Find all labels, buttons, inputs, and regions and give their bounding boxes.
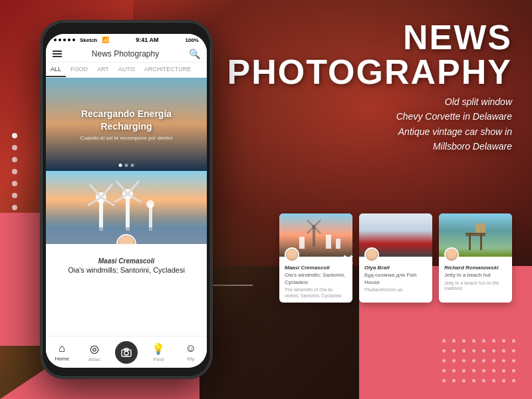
decorative-dot: [492, 379, 495, 382]
carrier-label: Sketch: [80, 37, 97, 43]
svg-line-4: [307, 220, 314, 227]
nav-home[interactable]: ⌂ Home: [46, 342, 78, 362]
card-3-image: [439, 213, 512, 257]
bottom-navigation: ⌂ Home ◎ Atlas: [46, 336, 207, 368]
main-title: NEWS PHOTOGRAPHY: [227, 20, 512, 89]
decorative-dot: [462, 379, 466, 382]
phone-body: Sketch 📶 9:41 AM 100% News Photography 🔍…: [40, 20, 213, 379]
close-button[interactable]: ✕: [342, 252, 354, 269]
hero-title-line2: Recharging: [80, 120, 173, 132]
atlas-icon: ◎: [90, 342, 99, 355]
hero-dots: [119, 164, 134, 167]
slide-dot-3[interactable]: [12, 157, 17, 162]
phone-screen: Sketch 📶 9:41 AM 100% News Photography 🔍…: [46, 34, 207, 368]
slide-dot-1[interactable]: [12, 133, 17, 138]
svg-rect-22: [126, 194, 130, 231]
nav-home-label: Home: [55, 356, 69, 362]
hero-dot-3[interactable]: [131, 164, 134, 167]
find-icon: 💡: [152, 342, 165, 355]
decorative-dot: [512, 379, 515, 382]
nav-atlas-label: Atlas: [88, 356, 100, 362]
decorative-dot: [482, 369, 485, 372]
svg-rect-8: [326, 235, 331, 249]
card-2-image: [359, 213, 432, 257]
news-title-block: NEWS PHOTOGRAPHY Old split window Chevy …: [227, 20, 512, 154]
hero-slider: Recargando Energía Recharging Cuando el …: [46, 78, 207, 171]
hero-dot-1[interactable]: [119, 164, 122, 167]
decorative-dot: [482, 339, 485, 342]
decorative-dot: [482, 349, 485, 352]
decorative-dot: [482, 359, 485, 362]
card-2-body: Olya Brait Буд-склянка для Fish House Ph…: [359, 257, 432, 297]
hero-text: Recargando Energía Recharging Cuando el …: [80, 108, 173, 140]
slide-dot-4[interactable]: [12, 169, 17, 174]
decorative-dot: [472, 339, 475, 342]
decorative-dot: [502, 369, 505, 372]
power-button[interactable]: [211, 75, 213, 102]
status-battery: 100%: [186, 37, 199, 43]
menu-button[interactable]: [53, 49, 62, 59]
featured-body: Maasi Cremascoli Oia's windmills; Santor…: [46, 244, 207, 279]
featured-title: Oia's windmills; Santorini, Cycladesi: [54, 266, 199, 274]
nav-camera[interactable]: [110, 341, 142, 364]
card-2-author: Olya Brait: [364, 265, 427, 271]
dots-pattern-right: // Generate dots document.currentScript.…: [442, 339, 519, 386]
decorative-dot: [472, 349, 475, 352]
slide-dot-2[interactable]: [12, 145, 17, 150]
decorative-dot: [502, 349, 505, 352]
status-bar: Sketch 📶 9:41 AM 100%: [46, 34, 207, 46]
nav-atlas[interactable]: ◎ Atlas: [78, 342, 110, 362]
featured-article: Maasi Cremascoli Oia's windmills; Santor…: [46, 171, 207, 279]
camera-icon: [115, 341, 138, 364]
svg-rect-7: [299, 237, 305, 249]
decorative-dot: [462, 369, 466, 372]
wifi-icon: 📶: [102, 37, 109, 43]
nav-find[interactable]: 💡 Find: [142, 342, 174, 362]
decorative-dot: [462, 339, 466, 342]
card-1-desc: The windmills of Oia as visited, Santori…: [285, 287, 347, 299]
card-3[interactable]: Richard Romanowski Jetty to a beach hut …: [439, 213, 512, 303]
decorative-dot: [512, 369, 515, 372]
signal-dot-3: [63, 39, 66, 41]
decorative-dot: [442, 379, 446, 382]
nav-my-label: My: [187, 356, 194, 362]
signal-dot-2: [59, 39, 61, 41]
tab-architecture[interactable]: ARCHITECTURE: [140, 63, 196, 77]
slide-dot-5[interactable]: [12, 181, 17, 186]
decorative-dot: [452, 369, 456, 372]
search-button[interactable]: 🔍: [189, 49, 200, 59]
article-cards: Maasi Cremascoli Oia's windmills; Santor…: [279, 213, 512, 303]
featured-avatar: [116, 234, 136, 244]
tab-art[interactable]: ART: [92, 63, 114, 77]
svg-point-29: [146, 200, 154, 208]
decorative-dot: [452, 359, 456, 362]
pink-left-strip: [0, 213, 40, 346]
home-icon: ⌂: [59, 342, 65, 354]
tab-all[interactable]: ALL: [46, 63, 66, 77]
status-time: 9:41 AM: [136, 37, 158, 43]
slide-dot-6[interactable]: [12, 193, 17, 198]
mute-button[interactable]: [40, 68, 41, 82]
nav-my[interactable]: ☺ My: [175, 342, 207, 362]
decorative-dot: [462, 359, 466, 362]
hero-dot-2[interactable]: [125, 164, 128, 167]
decorative-dot: [512, 339, 515, 342]
phone-mockup: Sketch 📶 9:41 AM 100% News Photography 🔍…: [40, 20, 213, 379]
tab-auto[interactable]: AUTO: [114, 63, 140, 77]
card-1-image: [279, 213, 352, 257]
volume-up-button[interactable]: [40, 88, 41, 108]
decorative-dot: [512, 359, 515, 362]
decorative-dot: [472, 369, 475, 372]
slide-dot-7[interactable]: [12, 205, 17, 210]
featured-author: Maasi Cremascoli: [54, 257, 199, 265]
status-signal: Sketch 📶: [54, 37, 109, 43]
volume-down-button[interactable]: [40, 115, 41, 135]
svg-rect-28: [149, 204, 152, 231]
tab-food[interactable]: FOOD: [66, 63, 92, 77]
svg-rect-1: [313, 227, 315, 247]
hero-title-line1: Recargando Energía: [80, 108, 173, 120]
decorative-dot: [482, 379, 485, 382]
card-3-author: Richard Romanowski: [444, 265, 507, 271]
card-2[interactable]: Olya Brait Буд-склянка для Fish House Ph…: [359, 213, 432, 303]
title-subtitle: Old split window Chevy Corvette in Delaw…: [227, 94, 512, 154]
